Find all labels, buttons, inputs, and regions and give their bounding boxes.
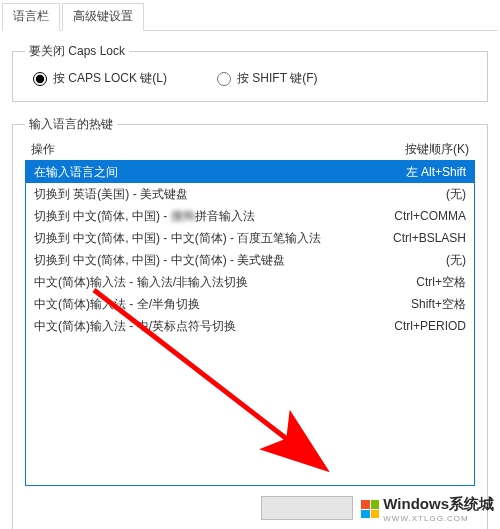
hotkey-row[interactable]: 切换到 英语(美国) - 美式键盘(无) xyxy=(26,183,474,205)
capslock-radio-row: 按 CAPS LOCK 键(L) 按 SHIFT 键(F) xyxy=(25,64,475,87)
hotkey-keys: Ctrl+BSLASH xyxy=(393,229,466,247)
hotkey-row[interactable]: 中文(简体)输入法 - 中/英标点符号切换Ctrl+PERIOD xyxy=(26,315,474,337)
hotkeys-listbox[interactable]: 在输入语言之间左 Alt+Shift切换到 英语(美国) - 美式键盘(无)切换… xyxy=(25,160,475,486)
hotkey-keys: Ctrl+COMMA xyxy=(394,207,466,225)
hotkeys-header: 操作 按键顺序(K) xyxy=(25,137,475,160)
tab-advanced-keys-label: 高级键设置 xyxy=(73,9,133,23)
radio-shift-input[interactable] xyxy=(217,72,231,86)
hotkey-row[interactable]: 切换到 中文(简体, 中国) - 中文(简体) - 百度五笔输入法Ctrl+BS… xyxy=(26,227,474,249)
hotkey-keys: Shift+空格 xyxy=(411,295,466,313)
windows-logo-icon xyxy=(361,500,379,518)
hotkey-row[interactable]: 在输入语言之间左 Alt+Shift xyxy=(26,161,474,183)
hotkeys-header-action: 操作 xyxy=(31,141,55,158)
hotkey-action: 切换到 中文(简体, 中国) - 中文(简体) - 百度五笔输入法 xyxy=(34,229,321,247)
hotkey-action: 中文(简体)输入法 - 中/英标点符号切换 xyxy=(34,317,236,335)
hotkey-keys: Ctrl+PERIOD xyxy=(394,317,466,335)
change-key-sequence-button[interactable] xyxy=(261,496,353,520)
tab-language-bar-label: 语言栏 xyxy=(13,9,49,23)
hotkey-action: 中文(简体)输入法 - 全/半角切换 xyxy=(34,295,200,313)
watermark: Windows系统城 WWW.XTLGG.COM xyxy=(361,495,494,523)
hotkey-row[interactable]: 切换到 中文(简体, 中国) - 搜狗拼音输入法Ctrl+COMMA xyxy=(26,205,474,227)
hotkey-action: 切换到 中文(简体, 中国) - 中文(简体) - 美式键盘 xyxy=(34,251,285,269)
hotkey-row[interactable]: 切换到 中文(简体, 中国) - 中文(简体) - 美式键盘(无) xyxy=(26,249,474,271)
radio-shift-key[interactable]: 按 SHIFT 键(F) xyxy=(217,70,317,87)
tab-advanced-keys[interactable]: 高级键设置 xyxy=(62,3,144,31)
radio-shift-label: 按 SHIFT 键(F) xyxy=(237,70,317,87)
hotkey-action: 中文(简体)输入法 - 输入法/非输入法切换 xyxy=(34,273,248,291)
watermark-url: WWW.XTLGG.COM xyxy=(383,514,494,523)
hotkeys-group: 输入语言的热键 操作 按键顺序(K) 在输入语言之间左 Alt+Shift切换到… xyxy=(12,116,488,529)
hotkey-action: 切换到 英语(美国) - 美式键盘 xyxy=(34,185,188,203)
hotkey-action: 在输入语言之间 xyxy=(34,163,118,181)
capslock-group: 要关闭 Caps Lock 按 CAPS LOCK 键(L) 按 SHIFT 键… xyxy=(12,43,488,102)
radio-capslock-input[interactable] xyxy=(33,72,47,86)
capslock-legend: 要关闭 Caps Lock xyxy=(25,43,129,60)
hotkeys-header-keys: 按键顺序(K) xyxy=(405,141,469,158)
hotkey-keys: Ctrl+空格 xyxy=(416,273,466,291)
hotkey-keys: 左 Alt+Shift xyxy=(406,163,466,181)
tab-bar: 语言栏 高级键设置 xyxy=(2,2,498,31)
radio-capslock-label: 按 CAPS LOCK 键(L) xyxy=(53,70,167,87)
hotkey-keys: (无) xyxy=(446,251,466,269)
tab-content: 要关闭 Caps Lock 按 CAPS LOCK 键(L) 按 SHIFT 键… xyxy=(0,31,500,529)
hotkey-action: 切换到 中文(简体, 中国) - 搜狗拼音输入法 xyxy=(34,207,255,225)
tab-language-bar[interactable]: 语言栏 xyxy=(2,3,60,31)
hotkey-row[interactable]: 中文(简体)输入法 - 全/半角切换Shift+空格 xyxy=(26,293,474,315)
hotkey-row[interactable]: 中文(简体)输入法 - 输入法/非输入法切换Ctrl+空格 xyxy=(26,271,474,293)
watermark-brand: Windows系统城 xyxy=(383,495,494,514)
hotkeys-legend: 输入语言的热键 xyxy=(25,116,117,133)
radio-capslock-key[interactable]: 按 CAPS LOCK 键(L) xyxy=(33,70,167,87)
hotkey-keys: (无) xyxy=(446,185,466,203)
